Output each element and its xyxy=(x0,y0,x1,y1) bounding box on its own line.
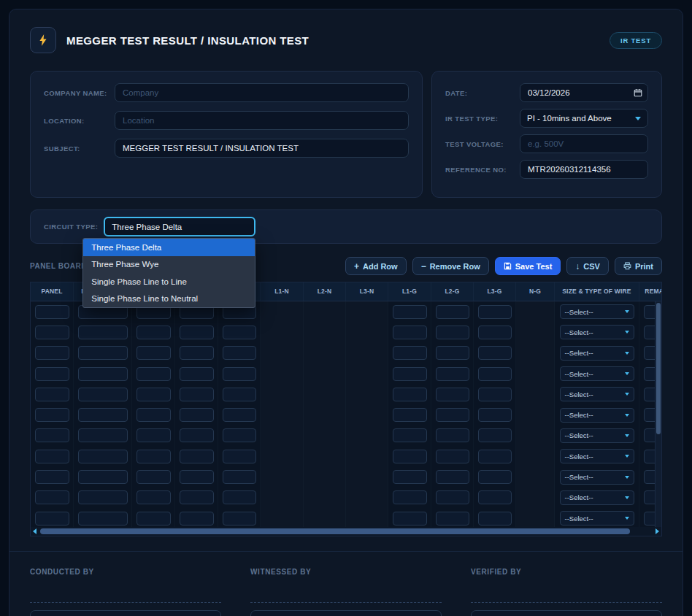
cell-input-l3-g[interactable] xyxy=(478,470,512,484)
cell-input-branch-ckt[interactable] xyxy=(78,470,128,484)
cell-input-l1-g[interactable] xyxy=(393,305,427,319)
cell-input-l1-g[interactable] xyxy=(393,470,427,484)
wire-size-select[interactable]: --Select-- xyxy=(560,304,634,319)
cell-input-l1-g[interactable] xyxy=(393,408,427,422)
wire-size-select[interactable]: --Select-- xyxy=(560,325,634,339)
cell-input-l1-l2[interactable] xyxy=(137,490,171,504)
cell-input-l3-l1[interactable] xyxy=(223,450,256,463)
cell-input-branch-ckt[interactable] xyxy=(78,512,128,525)
cell-input-l3-g[interactable] xyxy=(478,346,512,360)
test-voltage-input[interactable] xyxy=(520,134,648,153)
witnessed-by-input[interactable] xyxy=(250,610,442,616)
cell-input-l1-l2[interactable] xyxy=(137,326,171,339)
cell-input-l2-g[interactable] xyxy=(436,470,469,484)
cell-input-l2-l3[interactable] xyxy=(180,326,214,339)
cell-input-l1-l2[interactable] xyxy=(137,408,171,422)
cell-input-l3-g[interactable] xyxy=(478,326,512,339)
cell-input-panel[interactable] xyxy=(35,326,69,339)
subject-input[interactable] xyxy=(115,139,409,158)
cell-input-l3-l1[interactable] xyxy=(223,346,256,360)
ir-test-type-select[interactable]: PI - 10mins and Above xyxy=(520,109,648,128)
cell-input-l2-g[interactable] xyxy=(436,326,469,339)
cell-input-l1-g[interactable] xyxy=(393,388,427,401)
cell-input-l3-g[interactable] xyxy=(478,490,512,504)
dropdown-option[interactable]: Single Phase Line to Line xyxy=(83,273,255,290)
cell-input-l2-g[interactable] xyxy=(436,408,469,422)
reference-no-input[interactable] xyxy=(520,160,648,179)
cell-input-l3-g[interactable] xyxy=(478,388,512,401)
wire-size-select[interactable]: --Select-- xyxy=(560,490,634,505)
cell-input-l2-l3[interactable] xyxy=(180,367,214,381)
cell-input-branch-ckt[interactable] xyxy=(78,388,128,401)
cell-input-l1-g[interactable] xyxy=(393,346,427,360)
print-button[interactable]: Print xyxy=(615,257,662,275)
cell-input-l2-l3[interactable] xyxy=(180,408,214,422)
circuit-type-select[interactable]: Three Phase Delta xyxy=(104,217,255,236)
cell-input-l2-g[interactable] xyxy=(436,346,469,360)
cell-input-panel[interactable] xyxy=(35,512,69,525)
cell-input-l1-g[interactable] xyxy=(393,428,427,442)
add-row-button[interactable]: + Add Row xyxy=(345,257,407,275)
cell-input-l3-l1[interactable] xyxy=(223,428,256,442)
wire-size-select[interactable]: --Select-- xyxy=(560,387,634,401)
cell-input-l1-l2[interactable] xyxy=(137,512,171,525)
cell-input-l2-l3[interactable] xyxy=(180,388,214,401)
cell-input-l3-g[interactable] xyxy=(478,367,512,381)
horizontal-scrollbar[interactable] xyxy=(31,527,661,536)
csv-button[interactable]: ↓ CSV xyxy=(566,257,609,275)
horizontal-scroll-thumb[interactable] xyxy=(40,528,630,534)
cell-input-branch-ckt[interactable] xyxy=(78,326,128,339)
cell-input-l1-l2[interactable] xyxy=(137,388,171,401)
cell-input-l1-g[interactable] xyxy=(393,512,427,525)
company-name-input[interactable] xyxy=(115,83,409,102)
cell-input-l1-g[interactable] xyxy=(393,490,427,504)
cell-input-l2-g[interactable] xyxy=(436,512,469,525)
wire-size-select[interactable]: --Select-- xyxy=(560,408,634,423)
cell-input-branch-ckt[interactable] xyxy=(78,490,128,504)
cell-input-branch-ckt[interactable] xyxy=(78,346,128,360)
cell-input-l1-l2[interactable] xyxy=(137,470,171,484)
cell-input-panel[interactable] xyxy=(35,305,69,319)
cell-input-l3-g[interactable] xyxy=(478,305,512,319)
cell-input-panel[interactable] xyxy=(35,428,69,442)
wire-size-select[interactable]: --Select-- xyxy=(560,346,634,361)
cell-input-panel[interactable] xyxy=(35,346,69,360)
horizontal-scroll-track[interactable] xyxy=(39,528,653,534)
cell-input-l2-l3[interactable] xyxy=(180,512,214,525)
cell-input-l2-l3[interactable] xyxy=(180,470,214,484)
cell-input-l3-l1[interactable] xyxy=(223,490,256,504)
cell-input-l3-g[interactable] xyxy=(478,512,512,525)
cell-input-l1-l2[interactable] xyxy=(137,346,171,360)
cell-input-panel[interactable] xyxy=(35,490,69,504)
cell-input-l3-l1[interactable] xyxy=(223,326,256,339)
save-test-button[interactable]: Save Test xyxy=(495,257,561,275)
wire-size-select[interactable]: --Select-- xyxy=(560,428,634,443)
vertical-scrollbar[interactable] xyxy=(655,301,661,527)
cell-input-l2-g[interactable] xyxy=(436,388,469,401)
dropdown-option[interactable]: Three Phase Delta xyxy=(83,239,255,256)
cell-input-panel[interactable] xyxy=(35,408,69,422)
cell-input-l1-l2[interactable] xyxy=(137,450,171,463)
cell-input-l1-l2[interactable] xyxy=(137,367,171,381)
cell-input-l2-l3[interactable] xyxy=(180,490,214,504)
cell-input-l1-g[interactable] xyxy=(393,450,427,463)
cell-input-l2-l3[interactable] xyxy=(180,450,214,463)
cell-input-l3-l1[interactable] xyxy=(223,388,256,401)
cell-input-l3-g[interactable] xyxy=(478,428,512,442)
cell-input-l3-l1[interactable] xyxy=(223,367,256,381)
dropdown-option[interactable]: Three Phase Wye xyxy=(83,256,255,274)
cell-input-l2-l3[interactable] xyxy=(180,428,214,442)
cell-input-panel[interactable] xyxy=(35,470,69,484)
cell-input-l2-g[interactable] xyxy=(436,450,469,463)
cell-input-l2-g[interactable] xyxy=(436,428,469,442)
dropdown-option[interactable]: Single Phase Line to Neutral xyxy=(83,290,255,308)
cell-input-panel[interactable] xyxy=(35,450,69,463)
wire-size-select[interactable]: --Select-- xyxy=(560,470,634,485)
remove-row-button[interactable]: − Remove Row xyxy=(412,257,489,275)
verified-by-input[interactable] xyxy=(471,610,662,616)
cell-input-l2-g[interactable] xyxy=(436,490,469,504)
cell-input-panel[interactable] xyxy=(35,388,69,401)
calendar-icon[interactable] xyxy=(634,88,642,97)
cell-input-panel[interactable] xyxy=(35,367,69,381)
cell-input-l2-g[interactable] xyxy=(436,305,469,319)
